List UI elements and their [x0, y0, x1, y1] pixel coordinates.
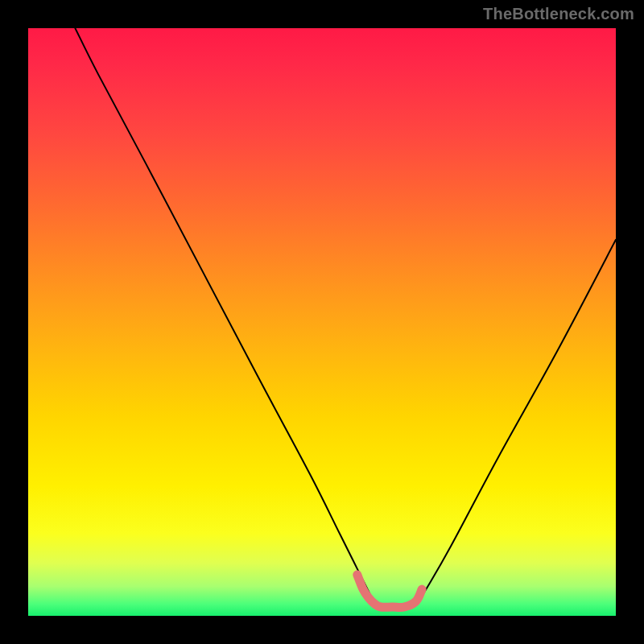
chart-frame: TheBottleneck.com: [0, 0, 644, 644]
main-curve-path: [75, 28, 616, 607]
pink-floor-path: [357, 575, 422, 608]
chart-svg: [28, 28, 616, 616]
watermark-text: TheBottleneck.com: [483, 5, 634, 23]
plot-area: [28, 28, 616, 616]
